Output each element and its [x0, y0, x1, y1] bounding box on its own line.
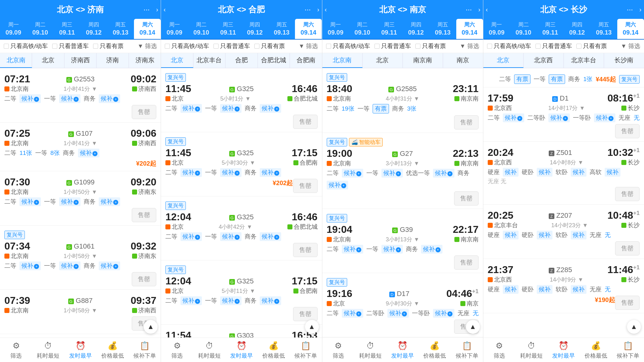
toolbar-item-筛选[interactable]: ⚙ 筛选 [0, 341, 32, 359]
seat-candidate-btn[interactable]: 候补+ [180, 168, 202, 177]
seat-available[interactable]: 有票 [549, 74, 565, 84]
seat-candidate-btn[interactable]: 候补+ [59, 261, 80, 270]
scroll-up-btn[interactable]: ▲ [627, 320, 641, 334]
day-item-4[interactable]: 周五09.13 [107, 19, 134, 39]
seat-candidate-btn[interactable]: 候补+ [180, 232, 202, 241]
day-item-3[interactable]: 周四09.12 [564, 19, 590, 39]
seat-candidate-btn[interactable]: 候补+ [220, 296, 242, 305]
more-options-btn[interactable]: ··· [627, 5, 633, 14]
filter-checkbox-1[interactable]: 只看普通车 [52, 42, 89, 50]
back-arrow-icon[interactable]: ‹ [486, 6, 488, 13]
station-item-3[interactable]: 合肥北城 [258, 53, 290, 68]
seat-candidate-btn[interactable]: 候补+ [594, 113, 615, 122]
seat-candidate-btn[interactable]: 候补+ [421, 245, 442, 254]
day-item-2[interactable]: 周三09.11 [376, 19, 402, 39]
panel-collapse-btn[interactable]: › [317, 6, 319, 13]
toolbar-item-价格最低[interactable]: 💰 价格最低 [419, 341, 451, 359]
toolbar-item-耗时最短[interactable]: ⏱ 耗时最短 [354, 341, 386, 359]
sold-out-btn[interactable]: 售罄 [132, 105, 156, 119]
back-arrow-icon[interactable]: ‹ [325, 6, 327, 13]
day-item-3[interactable]: 周四09.12 [80, 19, 107, 39]
sold-out-btn[interactable]: 售罄 [293, 179, 318, 193]
day-item-3[interactable]: 周四09.12 [402, 19, 429, 39]
day-item-2[interactable]: 周三09.11 [215, 19, 242, 39]
seat-candidate-btn[interactable]: 候补 [571, 231, 586, 239]
seat-candidate-btn[interactable]: 候补 [537, 231, 552, 239]
seat-candidate-btn[interactable]: 候补+ [433, 169, 454, 178]
seat-candidate-btn[interactable]: 候补+ [220, 104, 242, 113]
seat-candidate-btn[interactable]: 候补+ [59, 94, 80, 103]
toolbar-item-筛选[interactable]: ⚙ 筛选 [161, 341, 193, 359]
seat-candidate-btn[interactable]: 候补+ [381, 169, 403, 178]
sold-out-btn[interactable]: 售罄 [454, 191, 479, 206]
seat-candidate-btn[interactable]: 候补+ [59, 197, 80, 206]
station-item-1[interactable]: 北京丰台 [193, 53, 225, 68]
seat-candidate-btn[interactable]: 候补 [503, 285, 519, 294]
day-item-5[interactable]: 周六09.14 [617, 19, 644, 39]
day-item-2[interactable]: 周三09.11 [53, 19, 80, 39]
sold-out-btn[interactable]: 售罄 [293, 307, 318, 321]
seat-available[interactable]: 有票 [514, 74, 530, 84]
station-item-0[interactable]: 北京 [161, 53, 193, 68]
toolbar-item-筛选[interactable]: ⚙ 筛选 [483, 341, 515, 359]
seat-candidate-btn[interactable]: 候补+ [548, 113, 570, 122]
seat-candidate-btn[interactable]: 候补+ [342, 309, 363, 318]
filter-button[interactable]: ▼ 筛选 [460, 42, 479, 50]
toolbar-item-价格最低[interactable]: 💰 价格最低 [258, 341, 290, 359]
station-item-2[interactable]: 北京丰台 [564, 53, 604, 68]
day-item-1[interactable]: 周二09.10 [349, 19, 376, 39]
toolbar-item-候补下单[interactable]: 📋 候补下单 [451, 341, 483, 359]
sold-out-btn[interactable]: 售罄 [454, 115, 479, 129]
seat-candidate-btn[interactable]: 候补+ [180, 104, 202, 113]
seat-candidate-btn[interactable]: 候补+ [99, 197, 120, 206]
toolbar-item-发时最早[interactable]: ⏰ 发时最早 [386, 341, 419, 359]
toolbar-item-发时最早[interactable]: ⏰ 发时最早 [225, 341, 258, 359]
station-item-1[interactable]: 北京 [363, 53, 403, 68]
filter-checkbox-2[interactable]: 只看有票 [254, 42, 285, 50]
seat-candidate-btn[interactable]: 候补+ [260, 296, 281, 305]
day-item-1[interactable]: 周二09.10 [27, 19, 53, 39]
day-item-0[interactable]: 周一09.09 [322, 19, 349, 39]
scroll-up-btn[interactable]: ▲ [305, 320, 319, 334]
toolbar-item-耗时最短[interactable]: ⏱ 耗时最短 [515, 341, 547, 359]
toolbar-item-发时最早[interactable]: ⏰ 发时最早 [547, 341, 580, 359]
day-item-0[interactable]: 周一09.09 [483, 19, 510, 39]
station-item-0[interactable]: 北京南 [0, 53, 32, 68]
sold-out-btn[interactable]: 售罄 [615, 124, 640, 138]
station-item-4[interactable]: 合肥南 [290, 53, 322, 68]
day-item-0[interactable]: 周一09.09 [0, 19, 27, 39]
seat-candidate-btn[interactable]: 候补 [605, 168, 620, 177]
toolbar-item-价格最低[interactable]: 💰 价格最低 [580, 341, 612, 359]
station-item-2[interactable]: 合肥 [225, 53, 258, 68]
toolbar-item-候补下单[interactable]: 📋 候补下单 [612, 341, 644, 359]
seat-candidate-btn[interactable]: 候补+ [220, 232, 242, 241]
seat-candidate-btn[interactable]: 候补 [503, 168, 519, 177]
day-item-2[interactable]: 周三09.11 [537, 19, 564, 39]
day-item-4[interactable]: 周五09.13 [591, 19, 617, 39]
filter-button[interactable]: ▼ 筛选 [298, 42, 318, 50]
station-item-3[interactable]: 济南 [97, 53, 129, 68]
seat-candidate-btn[interactable]: 候补+ [387, 309, 409, 318]
more-options-btn[interactable]: ··· [143, 5, 150, 14]
filter-checkbox-2[interactable]: 只看有票 [415, 42, 446, 50]
sold-out-btn[interactable]: 售罄 [132, 272, 156, 286]
station-item-1[interactable]: 北京 [32, 53, 64, 68]
seat-candidate-btn[interactable]: 候补+ [19, 261, 41, 270]
seat-candidate-btn[interactable]: 候补+ [99, 261, 120, 270]
day-item-1[interactable]: 周二09.10 [510, 19, 537, 39]
sold-out-btn[interactable]: 售罄 [454, 255, 479, 270]
seat-candidate-btn[interactable]: 候补 [537, 285, 552, 294]
seat-candidate-btn[interactable]: 候补 [571, 285, 586, 294]
seat-candidate-btn[interactable]: 候补 [503, 231, 519, 239]
panel-collapse-btn[interactable]: › [639, 6, 641, 13]
seat-candidate-btn[interactable]: 候补+ [260, 104, 281, 113]
station-item-0[interactable]: 北京 [483, 53, 524, 68]
more-options-btn[interactable]: ··· [304, 5, 311, 14]
filter-checkbox-1[interactable]: 只看普通车 [214, 42, 250, 50]
station-item-2[interactable]: 南京南 [403, 53, 443, 68]
panel-collapse-btn[interactable]: › [478, 6, 480, 13]
back-arrow-icon[interactable]: ‹ [164, 6, 166, 13]
seat-candidate-btn[interactable]: 候补+ [19, 197, 41, 206]
seat-candidate-btn[interactable]: 候补+ [19, 94, 41, 103]
day-item-4[interactable]: 周五09.13 [429, 19, 456, 39]
